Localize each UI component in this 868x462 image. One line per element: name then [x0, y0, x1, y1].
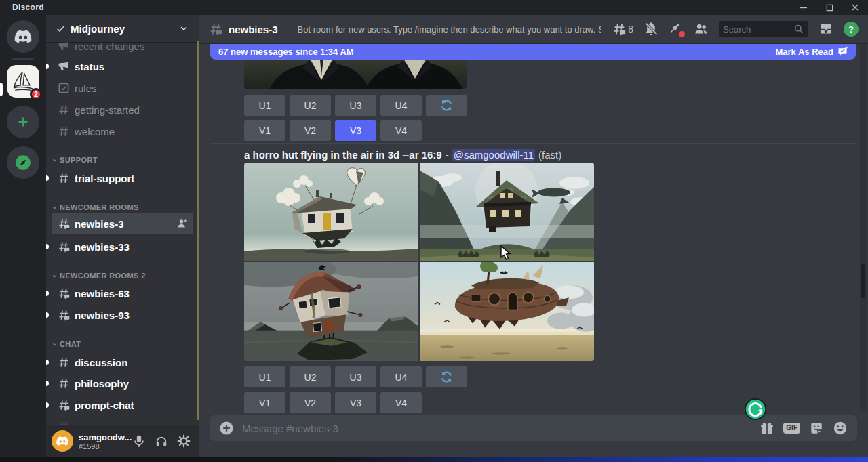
discord-window: Discord 2	[0, 0, 868, 462]
grid-image-balloon-house[interactable]	[244, 163, 418, 261]
sidebar-item-rules[interactable]: rules	[52, 81, 193, 95]
v2-button[interactable]: V2	[290, 392, 331, 413]
server-check-icon	[56, 24, 66, 34]
rail-separator	[12, 58, 34, 60]
server-header[interactable]: Midjourney	[46, 15, 199, 42]
unread-pill	[46, 360, 49, 365]
v2-button[interactable]: V2	[290, 120, 331, 141]
message-input[interactable]	[242, 423, 751, 434]
channel-label: status	[75, 61, 104, 72]
sidebar-item-newbies-63[interactable]: newbies-63	[52, 287, 193, 300]
hash-chat-icon	[57, 240, 71, 253]
channel-list: recent-changes status rules getting-star…	[46, 42, 199, 425]
sidebar-item-getting-started[interactable]: getting-started	[52, 103, 193, 117]
grammarly-icon	[744, 398, 767, 421]
gift-icon[interactable]	[760, 421, 774, 436]
taskbar-sliver	[0, 457, 868, 462]
grid-image-crooked-house[interactable]	[244, 262, 418, 361]
headphones-icon[interactable]	[155, 434, 168, 448]
minimize-icon[interactable]	[799, 3, 808, 12]
maximize-icon[interactable]	[825, 3, 834, 12]
channel-label: newbies-93	[75, 310, 130, 321]
channel-topic[interactable]: Bot room for new users. Type /imagine th…	[298, 24, 601, 35]
search-bar[interactable]	[719, 21, 808, 37]
sidebar-item-philosophy[interactable]: philosophy	[52, 377, 193, 390]
help-button[interactable]: ?	[844, 22, 859, 37]
v4-button[interactable]: V4	[380, 120, 422, 141]
user-avatar[interactable]	[52, 430, 73, 452]
u4-button[interactable]: U4	[380, 95, 422, 116]
sidebar-item-newbies-93[interactable]: newbies-93	[52, 308, 193, 322]
chat-scrollbar-track[interactable]	[860, 45, 867, 411]
category-newcomer-rooms[interactable]: NEWCOMER ROOMS	[52, 202, 193, 213]
sidebar-item-partial[interactable]	[52, 420, 193, 425]
sidebar-item-discussion[interactable]: discussion	[52, 356, 193, 369]
u2-button[interactable]: U2	[290, 95, 331, 116]
unread-pill	[46, 402, 49, 408]
unread-pill	[46, 175, 49, 181]
emoji-icon[interactable]	[833, 421, 848, 436]
grid-image-flying-ship[interactable]	[420, 262, 594, 361]
chat-scrollbar-thumb[interactable]	[861, 264, 865, 298]
user-panel: samgoodw... #1598	[46, 425, 199, 457]
category-support[interactable]: SUPPORT	[52, 154, 193, 165]
u1-button[interactable]: U1	[244, 366, 285, 387]
sidebar-item-newbies-3[interactable]: newbies-3	[52, 213, 193, 234]
new-messages-banner[interactable]: 67 new messages since 1:34 AM Mark As Re…	[210, 44, 856, 60]
category-newcomer-rooms-2[interactable]: NEWCOMER ROOMS 2	[52, 270, 193, 281]
microphone-icon[interactable]	[132, 434, 146, 448]
inbox-icon[interactable]	[818, 22, 833, 37]
server-mention-badge: 2	[30, 88, 42, 100]
crooked-house-image	[244, 262, 418, 361]
category-label: NEWCOMER ROOMS	[60, 203, 139, 211]
grid-image-valley-chalet[interactable]	[420, 163, 594, 261]
user-discriminator: #1598	[79, 442, 132, 450]
u1-button[interactable]: U1	[244, 95, 285, 116]
attach-plus-icon[interactable]	[219, 421, 234, 436]
sidebar-item-trial-support[interactable]: trial-support	[52, 171, 193, 185]
server-unread-pill	[0, 83, 3, 96]
explore-servers-button[interactable]	[7, 146, 39, 179]
v3-button[interactable]: V3	[335, 392, 376, 413]
add-server-button[interactable]	[7, 106, 39, 138]
hash-icon	[57, 171, 71, 185]
grammarly-button[interactable]	[744, 398, 767, 421]
variation-row-2: V1 V2 V3 V4	[244, 392, 422, 413]
v4-button[interactable]: V4	[380, 392, 422, 413]
u3-button[interactable]: U3	[335, 95, 376, 116]
category-chat[interactable]: CHAT	[52, 339, 193, 350]
unread-pill	[46, 381, 49, 386]
reroll-button[interactable]	[426, 95, 467, 116]
v3-button-selected[interactable]: V3	[335, 120, 376, 141]
discord-home-button[interactable]	[7, 20, 39, 53]
create-invite-icon[interactable]	[177, 218, 188, 229]
u2-button[interactable]: U2	[290, 366, 331, 387]
v1-button[interactable]: V1	[244, 392, 285, 413]
reroll-button[interactable]	[426, 366, 467, 387]
gif-picker-icon[interactable]: GIF	[783, 423, 800, 434]
sidebar-item-recent-changes[interactable]: recent-changes	[52, 42, 193, 53]
sidebar-item-status[interactable]: status	[52, 60, 193, 73]
u3-button[interactable]: U3	[335, 366, 376, 387]
unread-pill	[46, 244, 49, 249]
sidebar-item-welcome[interactable]: welcome	[52, 125, 193, 138]
upscale-row-2: U1 U2 U3 U4	[244, 366, 467, 387]
v1-button[interactable]: V1	[244, 120, 285, 141]
u4-button[interactable]: U4	[380, 366, 422, 387]
user-mention[interactable]: @samgoodwill-11	[452, 149, 535, 161]
hash-chat-icon	[612, 22, 627, 37]
settings-gear-icon[interactable]	[177, 434, 191, 448]
search-input[interactable]	[723, 24, 791, 35]
sidebar-item-prompt-chat[interactable]: prompt-chat	[52, 398, 193, 412]
server-icon-midjourney[interactable]: 2	[7, 65, 39, 98]
plus-icon	[16, 114, 31, 129]
close-icon[interactable]	[850, 3, 860, 12]
sticker-icon[interactable]	[809, 421, 824, 436]
notifications-muted-icon[interactable]	[644, 22, 658, 37]
pinned-messages-icon[interactable]	[669, 22, 684, 37]
sidebar-item-newbies-33[interactable]: newbies-33	[52, 240, 193, 253]
generated-image-attachment[interactable]	[244, 60, 467, 89]
mark-as-read-button[interactable]: Mark As Read	[776, 47, 848, 57]
threads-button[interactable]: 8	[612, 22, 633, 37]
member-list-icon[interactable]	[694, 22, 709, 37]
